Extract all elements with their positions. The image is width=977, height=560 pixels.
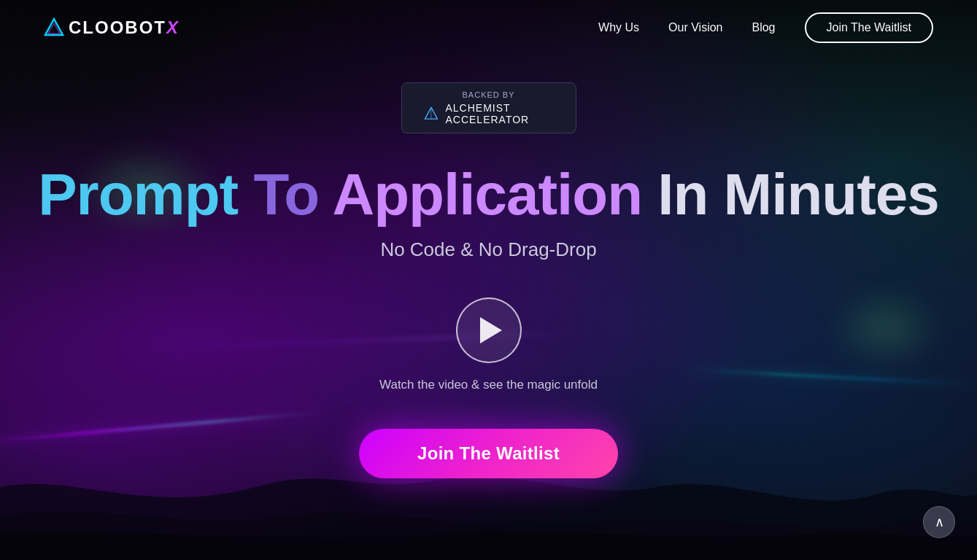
- headline-word-application: Application: [332, 162, 642, 227]
- nav-link-why-us[interactable]: Why Us: [598, 21, 639, 34]
- nav-link-blog[interactable]: Blog: [752, 21, 775, 34]
- backed-by-label: Backed By: [463, 90, 515, 99]
- play-icon: [480, 317, 502, 343]
- scroll-up-button[interactable]: ∧: [923, 506, 955, 538]
- logo-icon: [44, 18, 64, 38]
- nav-links: Why Us Our Vision Blog Join The Waitlist: [598, 12, 933, 43]
- hero-content: Backed By ALCHEMIST ACCELERATOR Prompt T…: [0, 0, 977, 560]
- headline-word-in: In: [657, 162, 708, 227]
- video-caption: Watch the video & see the magic unfold: [379, 378, 598, 392]
- headline-word-to: To: [253, 162, 319, 227]
- alchemist-row: ALCHEMIST ACCELERATOR: [424, 102, 554, 125]
- nav-join-waitlist-button[interactable]: Join The Waitlist: [805, 12, 933, 43]
- hero-headline: Prompt To Application In Minutes: [38, 163, 939, 227]
- play-button-container: Watch the video & see the magic unfold: [379, 298, 598, 392]
- play-button[interactable]: [456, 298, 522, 363]
- alchemist-partner-name: ALCHEMIST ACCELERATOR: [445, 102, 553, 125]
- alchemist-logo-icon: [424, 104, 439, 124]
- hero-join-waitlist-button[interactable]: Join The Waitlist: [359, 429, 618, 478]
- logo[interactable]: CLOOBOTX: [44, 18, 179, 38]
- headline-word-prompt: Prompt: [38, 162, 238, 227]
- headline-word-minutes: Minutes: [724, 162, 939, 227]
- svg-marker-0: [45, 19, 63, 35]
- backed-by-badge: Backed By ALCHEMIST ACCELERATOR: [401, 82, 576, 133]
- hero-subtitle: No Code & No Drag-Drop: [380, 238, 596, 261]
- nav-link-our-vision[interactable]: Our Vision: [668, 21, 722, 34]
- navbar: CLOOBOTX Why Us Our Vision Blog Join The…: [0, 0, 977, 55]
- chevron-up-icon: ∧: [935, 514, 944, 530]
- brand-name: CLOOBOTX: [69, 18, 179, 38]
